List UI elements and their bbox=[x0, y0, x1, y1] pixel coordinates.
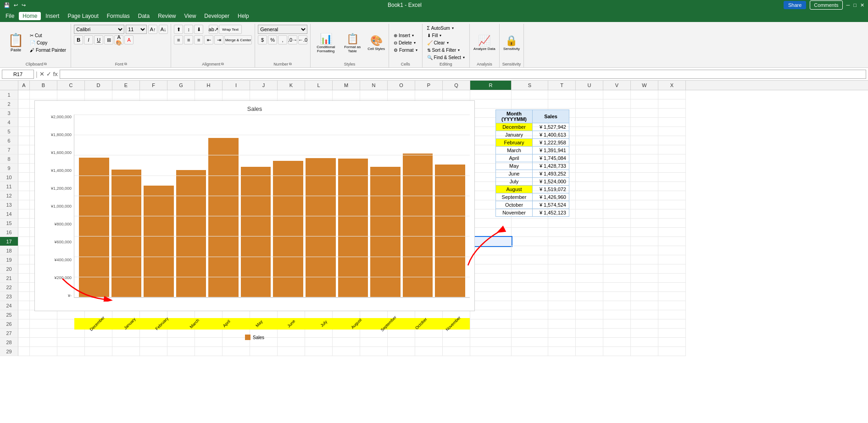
table-cell[interactable] bbox=[18, 164, 30, 173]
table-cell[interactable] bbox=[658, 145, 686, 154]
table-cell[interactable] bbox=[603, 274, 631, 283]
table-cell[interactable] bbox=[470, 283, 512, 292]
row-24[interactable]: 24 bbox=[0, 301, 18, 310]
table-cell[interactable] bbox=[658, 264, 686, 274]
bar-rect[interactable] bbox=[208, 138, 239, 297]
alignment-expand-icon[interactable]: ⧉ bbox=[221, 62, 224, 66]
increase-indent-button[interactable]: ⇥ bbox=[214, 35, 223, 44]
month-cell[interactable]: December bbox=[496, 123, 533, 131]
table-cell[interactable] bbox=[548, 347, 576, 356]
table-cell[interactable] bbox=[603, 301, 631, 310]
row-26[interactable]: 26 bbox=[0, 319, 18, 329]
row-9[interactable]: 9 bbox=[0, 164, 18, 173]
table-cell[interactable] bbox=[658, 255, 686, 264]
month-cell[interactable]: November bbox=[496, 209, 533, 217]
table-cell[interactable] bbox=[603, 118, 631, 127]
row-7[interactable]: 7 bbox=[0, 145, 18, 154]
menu-view[interactable]: View bbox=[181, 12, 200, 20]
menu-formulas[interactable]: Formulas bbox=[103, 12, 134, 20]
table-cell[interactable] bbox=[576, 219, 603, 228]
table-cell[interactable] bbox=[18, 209, 30, 219]
table-cell[interactable] bbox=[548, 237, 576, 246]
table-cell[interactable] bbox=[603, 209, 631, 219]
table-cell[interactable] bbox=[548, 274, 576, 283]
sensitivity-button[interactable]: 🔒 Sensitivity bbox=[502, 34, 521, 52]
table-cell[interactable] bbox=[470, 90, 512, 99]
fill-button[interactable]: ⬇ Fill ▾ bbox=[425, 32, 444, 39]
bar-rect[interactable] bbox=[273, 161, 303, 297]
comma-button[interactable]: , bbox=[278, 35, 287, 44]
table-cell[interactable] bbox=[631, 347, 658, 356]
table-cell[interactable] bbox=[631, 274, 658, 283]
table-cell[interactable] bbox=[576, 246, 603, 255]
table-cell[interactable] bbox=[18, 99, 30, 109]
row-1[interactable]: 1 bbox=[0, 90, 18, 99]
table-cell[interactable] bbox=[603, 154, 631, 164]
align-middle-button[interactable]: ↕ bbox=[184, 25, 193, 34]
table-cell[interactable] bbox=[576, 99, 603, 109]
table-cell[interactable] bbox=[512, 274, 548, 283]
table-cell[interactable] bbox=[470, 219, 512, 228]
table-cell[interactable] bbox=[658, 319, 686, 329]
col-header-a[interactable]: A bbox=[18, 81, 30, 90]
table-cell[interactable] bbox=[548, 90, 576, 99]
table-cell[interactable] bbox=[576, 310, 603, 319]
font-family-select[interactable]: Calibri bbox=[74, 25, 124, 34]
table-cell[interactable] bbox=[18, 200, 30, 209]
sales-cell[interactable]: ¥ 1,428,733 bbox=[533, 162, 569, 170]
table-cell[interactable] bbox=[631, 310, 658, 319]
table-cell[interactable] bbox=[603, 164, 631, 173]
table-cell[interactable] bbox=[576, 90, 603, 99]
table-cell[interactable] bbox=[250, 347, 278, 356]
table-cell[interactable] bbox=[333, 347, 360, 356]
bar-rect[interactable] bbox=[403, 154, 433, 297]
table-cell[interactable] bbox=[603, 292, 631, 301]
table-cell[interactable] bbox=[576, 283, 603, 292]
table-cell[interactable] bbox=[631, 255, 658, 264]
table-cell[interactable] bbox=[18, 219, 30, 228]
border-button[interactable]: ⊞ bbox=[104, 35, 113, 44]
underline-button[interactable]: U bbox=[94, 35, 103, 44]
table-cell[interactable] bbox=[631, 154, 658, 164]
table-cell[interactable] bbox=[18, 292, 30, 301]
row-23[interactable]: 23 bbox=[0, 292, 18, 301]
col-header-s[interactable]: S bbox=[512, 81, 548, 90]
table-cell[interactable] bbox=[603, 264, 631, 274]
close-button[interactable]: ✕ bbox=[860, 2, 864, 8]
bar-rect[interactable] bbox=[144, 186, 174, 297]
table-cell[interactable] bbox=[512, 237, 548, 246]
sales-cell[interactable]: ¥ 1,493,252 bbox=[533, 170, 569, 178]
row-18[interactable]: 18 bbox=[0, 246, 18, 255]
table-cell[interactable] bbox=[576, 154, 603, 164]
sales-cell[interactable]: ¥ 1,519,072 bbox=[533, 186, 569, 193]
table-cell[interactable] bbox=[603, 145, 631, 154]
table-cell[interactable] bbox=[631, 200, 658, 209]
table-cell[interactable] bbox=[470, 338, 512, 347]
table-cell[interactable] bbox=[512, 264, 548, 274]
table-cell[interactable] bbox=[512, 99, 548, 109]
find-select-button[interactable]: 🔍 Find & Select ▾ bbox=[425, 54, 467, 61]
table-cell[interactable] bbox=[658, 118, 686, 127]
row-11[interactable]: 11 bbox=[0, 182, 18, 191]
bar-rect[interactable] bbox=[370, 167, 401, 297]
col-header-d[interactable]: D bbox=[85, 81, 112, 90]
table-cell[interactable] bbox=[631, 127, 658, 136]
format-dropdown[interactable]: ▾ bbox=[416, 48, 417, 52]
table-cell[interactable] bbox=[167, 90, 195, 99]
table-cell[interactable] bbox=[603, 219, 631, 228]
table-cell[interactable] bbox=[631, 109, 658, 118]
table-cell[interactable] bbox=[576, 182, 603, 191]
table-cell[interactable] bbox=[548, 292, 576, 301]
table-cell[interactable] bbox=[576, 200, 603, 209]
cut-button[interactable]: ✂ Cut bbox=[28, 32, 68, 39]
col-header-v[interactable]: V bbox=[603, 81, 631, 90]
table-cell[interactable] bbox=[576, 109, 603, 118]
font-size-select[interactable]: 11 bbox=[126, 25, 147, 34]
table-cell[interactable] bbox=[603, 109, 631, 118]
menu-data[interactable]: Data bbox=[134, 12, 153, 20]
table-cell[interactable] bbox=[360, 90, 388, 99]
bar-rect[interactable] bbox=[306, 158, 336, 297]
table-cell[interactable] bbox=[18, 255, 30, 264]
table-cell[interactable] bbox=[631, 164, 658, 173]
table-cell[interactable] bbox=[576, 228, 603, 237]
